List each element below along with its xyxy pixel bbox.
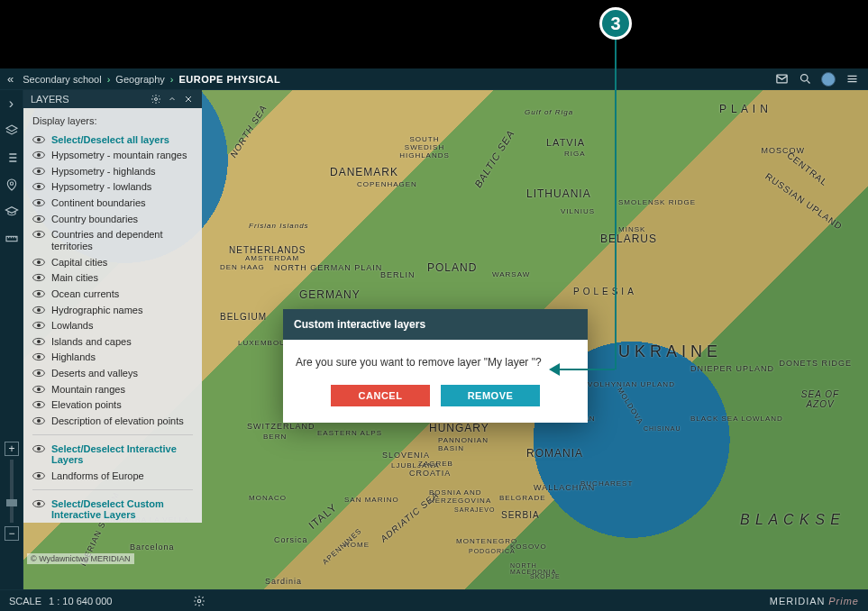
- scale-label: SCALE: [9, 596, 41, 606]
- eye-icon[interactable]: [32, 352, 45, 361]
- eye-icon[interactable]: [32, 306, 45, 315]
- eye-icon[interactable]: [32, 471, 45, 480]
- remove-button[interactable]: REMOVE: [441, 385, 540, 406]
- map-label: BELGRADE: [499, 494, 546, 502]
- layer-row[interactable]: Countries and dependent territories: [32, 227, 193, 254]
- layer-row[interactable]: Ocean currents: [32, 286, 193, 302]
- gear-icon[interactable]: [193, 595, 206, 607]
- eye-icon[interactable]: [32, 444, 45, 453]
- eye-icon[interactable]: [32, 273, 45, 282]
- layer-row[interactable]: Hypsometry - highlands: [32, 163, 193, 179]
- eye-icon[interactable]: [32, 400, 45, 409]
- eye-icon[interactable]: [32, 214, 45, 223]
- layer-row[interactable]: Mountain ranges: [32, 381, 193, 397]
- map-label: SOUTH SWEDISH HIGHLANDS: [393, 135, 456, 160]
- map-label: BELARUS: [600, 233, 657, 245]
- breadcrumb-b[interactable]: Geography: [115, 74, 164, 85]
- collapse-icon[interactable]: «: [7, 72, 14, 86]
- layer-row[interactable]: Landforms of Europe: [32, 468, 193, 484]
- close-icon[interactable]: [182, 93, 195, 105]
- brand: MERIDIAN Prime: [770, 596, 859, 606]
- svg-point-8: [37, 153, 41, 157]
- layer-row[interactable]: Select/Deselect all layers: [32, 132, 193, 148]
- layer-row[interactable]: Select/Deselect Interactive Layers: [32, 441, 193, 468]
- layer-label: Description of elevation points: [51, 415, 193, 427]
- layer-label: Country boundaries: [51, 214, 193, 225]
- map-label: SWITZERLAND: [247, 422, 315, 431]
- eye-icon[interactable]: [32, 182, 45, 191]
- eye-icon[interactable]: [32, 499, 45, 508]
- layer-row[interactable]: Select/Deselect Custom Interactive Layer…: [32, 496, 193, 523]
- menu-icon[interactable]: [843, 70, 861, 88]
- gear-icon[interactable]: [150, 93, 162, 105]
- avatar-icon[interactable]: [819, 70, 837, 88]
- breadcrumb-a[interactable]: Secondary school: [23, 74, 101, 85]
- eye-icon[interactable]: [32, 416, 45, 425]
- expand-icon[interactable]: [166, 93, 178, 105]
- mail-icon[interactable]: [772, 70, 790, 88]
- layer-row[interactable]: Hypsometry - lowlands: [32, 179, 193, 196]
- layer-row[interactable]: Elevation points: [32, 397, 193, 414]
- svg-point-32: [37, 355, 41, 359]
- layer-row[interactable]: Main cities: [32, 270, 193, 287]
- pin-icon[interactable]: [4, 177, 20, 193]
- search-icon[interactable]: [796, 70, 814, 88]
- step-badge: 3: [599, 7, 632, 40]
- map-label: MOLDOVA: [616, 386, 644, 425]
- step-pointer-h: [556, 369, 615, 370]
- layer-label: Capital cities: [51, 257, 193, 269]
- eye-icon[interactable]: [32, 167, 45, 176]
- svg-point-36: [37, 388, 41, 391]
- eye-icon[interactable]: [32, 258, 45, 267]
- layer-label: Ocean currents: [51, 288, 193, 300]
- zoom-track[interactable]: [10, 460, 14, 523]
- zoom-thumb[interactable]: [6, 499, 17, 506]
- layer-row[interactable]: Hydrographic names: [32, 302, 193, 318]
- svg-point-26: [37, 308, 41, 312]
- cancel-button[interactable]: CANCEL: [331, 385, 430, 406]
- layer-label: Select/Deselect all layers: [51, 134, 193, 146]
- map-label: BERLIN: [380, 270, 416, 279]
- layer-row[interactable]: Deserts and valleys: [32, 366, 193, 382]
- map-label: UKRAINE: [618, 342, 722, 361]
- svg-point-49: [198, 599, 202, 603]
- eye-icon[interactable]: [32, 135, 45, 144]
- eye-icon[interactable]: [32, 230, 45, 239]
- map-label: SMOLENSK RIDGE: [618, 198, 696, 206]
- list-icon[interactable]: [4, 150, 20, 166]
- eye-icon[interactable]: [32, 198, 45, 207]
- topbar: « Secondary school › Geography › EUROPE …: [0, 68, 868, 90]
- svg-point-6: [37, 138, 41, 141]
- layer-row[interactable]: Capital cities: [32, 254, 193, 270]
- layer-row[interactable]: Country boundaries: [32, 211, 193, 227]
- layer-row[interactable]: Highlands: [32, 350, 193, 366]
- layer-label: Elevation points: [51, 399, 193, 411]
- map-label: BLACK SEA LOWLAND: [690, 415, 783, 423]
- eye-icon[interactable]: [32, 289, 45, 298]
- eye-icon[interactable]: [32, 321, 45, 330]
- layer-row[interactable]: Lowlands: [32, 318, 193, 334]
- education-icon[interactable]: [4, 204, 20, 220]
- layer-label: Highlands: [51, 351, 193, 363]
- layer-row[interactable]: Hypsometry - mountain ranges: [32, 148, 193, 164]
- map-label: BALTIC SEA: [472, 128, 516, 189]
- map-label: EASTERN ALPS: [317, 429, 382, 437]
- chevron-right-icon[interactable]: ›: [4, 96, 20, 112]
- layer-row[interactable]: Continent boundaries: [32, 196, 193, 212]
- zoom-in-button[interactable]: +: [5, 442, 19, 456]
- eye-icon[interactable]: [32, 369, 45, 378]
- layer-row[interactable]: Description of elevation points: [32, 414, 193, 430]
- zoom-out-button[interactable]: −: [5, 526, 19, 541]
- map-label: SARAJEVO: [454, 506, 495, 513]
- map-label: NORTH GERMAN PLAIN: [274, 263, 382, 272]
- ruler-icon[interactable]: [4, 231, 20, 247]
- eye-icon[interactable]: [32, 150, 45, 160]
- map-label: LATVIA: [546, 137, 585, 148]
- eye-icon[interactable]: [32, 385, 45, 394]
- layer-row[interactable]: Islands and capes: [32, 333, 193, 350]
- layers-icon[interactable]: [4, 123, 20, 139]
- eye-icon[interactable]: [32, 337, 45, 346]
- layer-label: Lowlands: [51, 320, 193, 332]
- modal-body: Are you sure you want to remove layer "M…: [283, 340, 588, 376]
- svg-point-38: [37, 403, 41, 406]
